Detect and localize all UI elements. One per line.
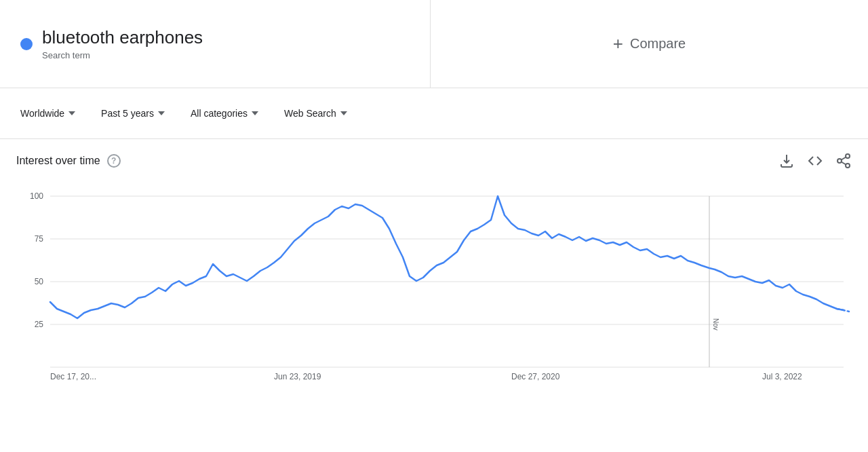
chart-actions [778, 153, 852, 169]
compare-section: + Compare [431, 0, 868, 88]
search-term-section: bluetooth earphones Search term [0, 0, 431, 88]
categories-chevron-icon [252, 111, 258, 115]
categories-filter[interactable]: All categories [181, 102, 268, 124]
trend-line-dotted [837, 309, 849, 312]
term-color-indicator [20, 38, 33, 50]
help-icon[interactable]: ? [107, 154, 121, 168]
nov-label: Nov [712, 318, 719, 331]
y-label-50: 50 [35, 277, 44, 286]
categories-label: All categories [191, 108, 248, 119]
download-icon [778, 153, 795, 169]
time-range-label: Past 5 years [101, 108, 154, 119]
svg-point-2 [846, 164, 850, 168]
search-type-chevron-icon [340, 111, 347, 115]
svg-line-3 [842, 162, 846, 165]
y-label-25: 25 [35, 320, 44, 329]
compare-label: Compare [630, 36, 686, 52]
filters-bar: Worldwide Past 5 years All categories We… [0, 88, 868, 139]
x-label-2022: Jul 3, 2022 [762, 372, 802, 381]
share-button[interactable] [835, 153, 852, 169]
svg-point-0 [846, 154, 850, 158]
x-label-2020: Dec 27, 2020 [511, 372, 560, 381]
chart-title-area: Interest over time ? [16, 154, 121, 168]
trend-chart: 100 75 50 25 Dec 17, 20... Jun 23, 2019 … [16, 176, 852, 386]
plus-icon: + [613, 33, 623, 54]
search-type-label: Web Search [284, 108, 336, 119]
chart-header: Interest over time ? [16, 153, 852, 169]
svg-point-1 [837, 159, 842, 163]
search-term-label: Search term [42, 50, 203, 60]
svg-line-4 [842, 157, 846, 160]
chart-title: Interest over time [16, 155, 100, 167]
y-label-100: 100 [30, 191, 43, 201]
x-label-start: Dec 17, 20... [50, 372, 96, 381]
embed-icon [807, 153, 823, 169]
location-chevron-icon [68, 111, 75, 115]
chart-section: Interest over time ? [0, 139, 868, 393]
embed-button[interactable] [807, 153, 823, 169]
trend-line [50, 196, 844, 318]
location-label: Worldwide [20, 108, 64, 119]
time-range-chevron-icon [158, 111, 165, 115]
location-filter[interactable]: Worldwide [11, 102, 85, 124]
chart-container: 100 75 50 25 Dec 17, 20... Jun 23, 2019 … [16, 176, 852, 386]
time-range-filter[interactable]: Past 5 years [92, 102, 174, 124]
search-type-filter[interactable]: Web Search [275, 102, 357, 124]
download-button[interactable] [778, 153, 795, 169]
x-label-2019: Jun 23, 2019 [274, 372, 321, 381]
search-term-info: bluetooth earphones Search term [42, 27, 203, 60]
search-term-title: bluetooth earphones [42, 27, 203, 48]
y-label-75: 75 [35, 234, 44, 244]
compare-button[interactable]: + Compare [613, 33, 686, 54]
share-icon [835, 153, 852, 169]
header: bluetooth earphones Search term + Compar… [0, 0, 868, 88]
